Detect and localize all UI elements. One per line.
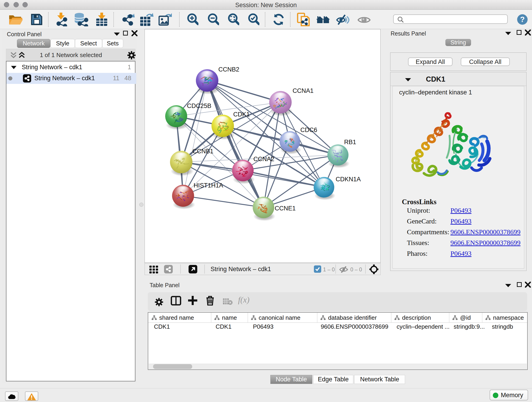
svg-text:CDKN1A: CDKN1A — [336, 176, 361, 183]
svg-text:HIST1H1A: HIST1H1A — [194, 182, 223, 189]
svg-text:CCNB2: CCNB2 — [218, 66, 239, 73]
svg-text:CCNA2: CCNA2 — [253, 156, 274, 162]
svg-text:CDC6: CDC6 — [300, 127, 317, 133]
svg-text:CCNB1: CCNB1 — [192, 148, 214, 155]
svg-text:CDK1: CDK1 — [233, 111, 250, 118]
svg-text:?: ? — [520, 15, 525, 24]
svg-text:CDC25B: CDC25B — [187, 102, 211, 109]
svg-text:CCNE1: CCNE1 — [275, 205, 296, 212]
svg-text:RB1: RB1 — [344, 139, 356, 146]
svg-text:CCNA1: CCNA1 — [293, 87, 314, 94]
